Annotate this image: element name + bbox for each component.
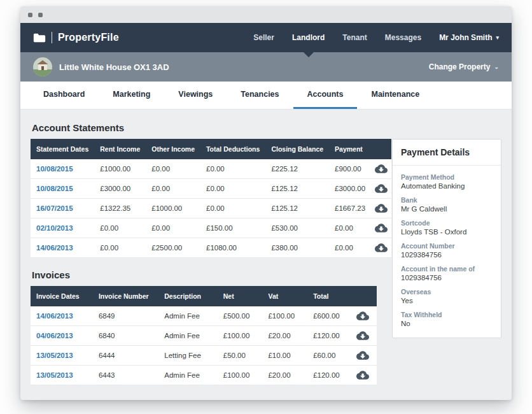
payment-detail-field: Account in the name of1029384756 xyxy=(401,265,493,282)
field-value: No xyxy=(401,320,493,327)
column-header: Rent Income xyxy=(94,139,146,159)
value-cell: £900.00 xyxy=(329,159,371,179)
value-cell: £125.12 xyxy=(265,179,329,199)
date-link[interactable]: 10/08/2015 xyxy=(36,185,73,192)
table-row: 14/06/2013£0.00£2500.00£1080.00£380.00£0… xyxy=(31,238,391,258)
date-link[interactable]: 13/05/2013 xyxy=(36,371,73,379)
value-cell: £225.12 xyxy=(265,159,329,179)
table-row: 02/10/2013£0.00£0.00£150.00£530.00£0.00 xyxy=(31,218,391,238)
tab-accounts[interactable]: Accounts xyxy=(293,82,358,109)
value-cell: £0.00 xyxy=(200,159,265,179)
download-button[interactable] xyxy=(349,306,377,326)
download-button[interactable] xyxy=(371,218,391,238)
date-cell: 16/07/2015 xyxy=(31,199,94,218)
date-cell: 04/06/2013 xyxy=(31,326,93,346)
value-cell: £0.00 xyxy=(200,199,265,218)
field-value: Automated Banking xyxy=(401,182,493,190)
table-row: 13/05/20136443Admin Fee£100.00£20.00£120… xyxy=(31,366,377,385)
download-cloud-icon[interactable] xyxy=(356,350,369,360)
download-button[interactable] xyxy=(349,366,377,385)
field-value: Lloyds TSB - Oxford xyxy=(401,228,493,236)
download-button[interactable] xyxy=(349,326,377,346)
table-row: 14/06/20136849Admin Fee£500.00£100.00£60… xyxy=(31,306,377,326)
tab-maintenance[interactable]: Maintenance xyxy=(357,82,433,109)
date-cell: 14/06/2013 xyxy=(31,306,93,326)
date-cell: 10/08/2015 xyxy=(31,179,94,199)
window-chrome xyxy=(20,6,512,23)
property-avatar xyxy=(33,57,52,76)
value-cell: £20.00 xyxy=(262,326,307,346)
value-cell: £0.00 xyxy=(146,218,200,238)
date-link[interactable]: 10/08/2015 xyxy=(36,165,73,173)
field-value: 1029384756 xyxy=(401,274,493,282)
field-value: Yes xyxy=(401,297,493,304)
change-property-button[interactable]: Change Property ⌄ xyxy=(429,62,499,71)
table-row: 10/08/2015£1000.00£0.00£0.00£225.12£900.… xyxy=(31,159,391,179)
download-button[interactable] xyxy=(371,238,391,258)
tab-tenancies[interactable]: Tenancies xyxy=(227,82,293,109)
value-cell: £10.00 xyxy=(262,346,307,366)
date-link[interactable]: 04/06/2013 xyxy=(36,332,73,339)
value-cell: £0.00 xyxy=(94,238,146,258)
value-cell: £100.00 xyxy=(218,366,263,385)
download-button[interactable] xyxy=(371,159,391,179)
table-row: 10/08/2015£3000.00£0.00£0.00£125.12£3000… xyxy=(31,179,391,199)
value-cell: £125.12 xyxy=(265,199,329,218)
date-cell: 13/05/2013 xyxy=(31,346,93,366)
nav-item-tenant[interactable]: Tenant xyxy=(342,23,367,52)
brand-logo: PropertyFile xyxy=(33,32,119,43)
user-menu[interactable]: Mr John Smith ▾ xyxy=(439,33,499,42)
value-cell: £60.00 xyxy=(307,346,349,366)
download-cloud-icon[interactable] xyxy=(375,203,388,213)
window-control-dot[interactable] xyxy=(38,13,43,17)
value-cell: £0.00 xyxy=(146,179,200,199)
date-cell: 14/06/2013 xyxy=(31,238,94,258)
table-row: 13/05/20136444Letting Fee£50.00£10.00£60… xyxy=(31,346,377,366)
date-link[interactable]: 02/10/2013 xyxy=(36,224,73,232)
chevron-down-icon: ⌄ xyxy=(494,64,499,70)
value-cell: £50.00 xyxy=(218,346,263,366)
column-header: Statement Dates xyxy=(31,139,94,159)
invoices-table: Invoice DatesInvoice NumberDescriptionNe… xyxy=(31,286,377,385)
value-cell: 6443 xyxy=(93,366,158,385)
value-cell: Admin Fee xyxy=(158,326,217,346)
download-cloud-icon[interactable] xyxy=(356,331,369,341)
folder-icon xyxy=(33,32,46,43)
window-control-dot[interactable] xyxy=(28,13,32,17)
tab-marketing[interactable]: Marketing xyxy=(99,82,164,109)
date-link[interactable]: 14/06/2013 xyxy=(36,244,73,252)
download-cloud-icon[interactable] xyxy=(375,243,388,253)
value-cell: £0.00 xyxy=(329,238,371,258)
download-cloud-icon[interactable] xyxy=(375,183,388,194)
date-link[interactable]: 14/06/2013 xyxy=(36,312,73,320)
download-cloud-icon[interactable] xyxy=(356,311,369,321)
value-cell: £530.00 xyxy=(265,218,329,238)
field-value: 1029384756 xyxy=(401,251,493,259)
value-cell: £120.00 xyxy=(307,366,349,385)
value-cell: £100.00 xyxy=(218,326,263,346)
date-cell: 02/10/2013 xyxy=(31,218,94,238)
payment-detail-field: Payment MethodAutomated Banking xyxy=(401,173,493,190)
value-cell: £500.00 xyxy=(218,306,263,326)
value-cell: Admin Fee xyxy=(158,306,217,326)
nav-item-messages[interactable]: Messages xyxy=(385,23,421,52)
payment-details-column: Payment Details Payment MethodAutomated … xyxy=(392,139,501,400)
date-link[interactable]: 13/05/2013 xyxy=(36,352,73,359)
download-button[interactable] xyxy=(349,346,377,366)
download-cloud-icon[interactable] xyxy=(356,370,369,380)
nav-item-seller[interactable]: Seller xyxy=(253,23,274,52)
tab-dashboard[interactable]: Dashboard xyxy=(29,82,99,109)
download-button[interactable] xyxy=(371,199,391,218)
date-link[interactable]: 16/07/2015 xyxy=(36,204,73,212)
date-cell: 13/05/2013 xyxy=(31,366,93,385)
column-header: Description xyxy=(158,286,217,306)
payment-details-card: Payment Details Payment MethodAutomated … xyxy=(392,139,501,338)
download-button[interactable] xyxy=(371,179,391,199)
payment-detail-field: SortcodeLloyds TSB - Oxford xyxy=(401,219,493,236)
download-cloud-icon[interactable] xyxy=(375,223,388,233)
nav-item-landlord[interactable]: Landlord xyxy=(292,23,325,52)
download-cloud-icon[interactable] xyxy=(375,164,388,174)
value-cell: £0.00 xyxy=(146,159,200,179)
tab-viewings[interactable]: Viewings xyxy=(164,82,227,109)
value-cell: £1667.23 xyxy=(329,199,371,218)
